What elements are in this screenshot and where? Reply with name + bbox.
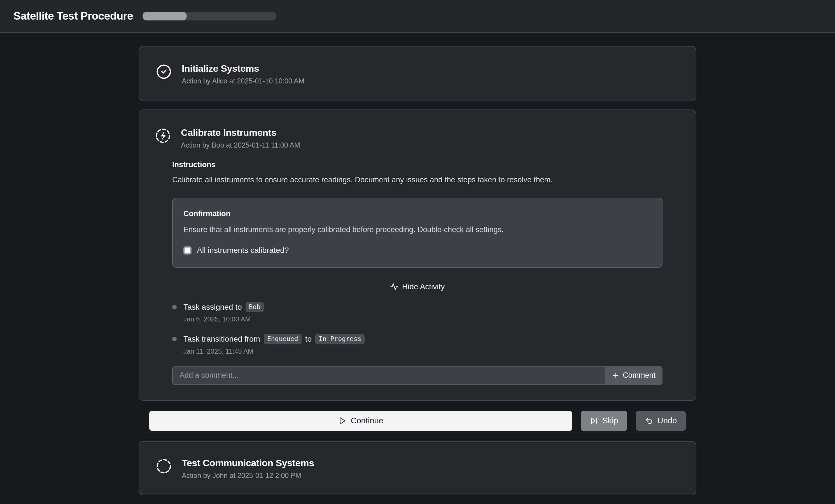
step-subtitle: Action by Bob at 2025-01-11 11:00 AM: [181, 141, 300, 149]
continue-label: Continue: [351, 416, 383, 425]
step-actions: Continue Skip Undo: [139, 411, 696, 431]
comment-input[interactable]: [172, 366, 605, 385]
step-card-calibrate-instruments: Calibrate Instruments Action by Bob at 2…: [139, 109, 696, 401]
activity-item: Task assigned to Bob Jan 6, 2025, 10:00 …: [172, 302, 663, 323]
step-card-initialize-systems: Initialize Systems Action by Alice at 20…: [139, 46, 696, 101]
calibrated-checkbox[interactable]: [183, 246, 191, 255]
check-circle-icon: [156, 64, 172, 80]
progress-fill: [143, 12, 187, 20]
page-title: Satellite Test Procedure: [14, 10, 133, 22]
assignee-badge: Bob: [246, 302, 264, 312]
undo-button[interactable]: Undo: [636, 411, 686, 431]
step-subtitle: Action by John at 2025-01-12 2:00 PM: [182, 471, 314, 480]
instructions-heading: Instructions: [172, 160, 663, 169]
calibrated-checkbox-label: All instruments calibrated?: [197, 246, 289, 255]
skip-forward-icon: [590, 417, 598, 425]
zap-dashed-circle-icon: [155, 128, 171, 144]
activity-timestamp: Jan 11, 2025, 11:45 AM: [183, 347, 663, 355]
dashed-circle-icon: [156, 458, 172, 474]
step-subtitle: Action by Alice at 2025-01-10 10:00 AM: [182, 77, 304, 85]
activity-text: Task transitioned from: [183, 335, 260, 344]
play-icon: [338, 417, 346, 425]
add-comment-label: Comment: [623, 371, 655, 380]
activity-text: to: [305, 335, 312, 344]
activity-timestamp: Jan 6, 2025, 10:00 AM: [183, 315, 663, 323]
step-title: Test Communication Systems: [182, 457, 314, 469]
continue-button[interactable]: Continue: [149, 411, 572, 431]
skip-label: Skip: [602, 416, 618, 425]
hide-activity-label: Hide Activity: [402, 282, 445, 291]
add-comment-button[interactable]: Comment: [605, 366, 663, 385]
undo-label: Undo: [657, 416, 677, 425]
hide-activity-toggle[interactable]: Hide Activity: [172, 282, 663, 291]
undo-arrow-icon: [645, 417, 653, 425]
skip-button[interactable]: Skip: [581, 411, 627, 431]
progress-bar: [143, 12, 277, 20]
confirmation-heading: Confirmation: [183, 209, 651, 218]
status-badge-from: Enqueued: [264, 334, 302, 344]
confirmation-panel: Confirmation Ensure that all instruments…: [172, 198, 663, 268]
plus-icon: [612, 371, 620, 379]
activity-bullet-icon: [172, 305, 177, 309]
confirmation-text: Ensure that all instruments are properly…: [183, 225, 651, 234]
step-title: Initialize Systems: [182, 62, 304, 75]
app-header: Satellite Test Procedure: [0, 0, 835, 33]
activity-item: Task transitioned from Enqueued to In Pr…: [172, 334, 663, 355]
instructions-text: Calibrate all instruments to ensure accu…: [172, 176, 663, 184]
activity-pulse-icon: [390, 283, 399, 291]
step-title: Calibrate Instruments: [181, 126, 300, 139]
status-badge-to: In Progress: [315, 334, 365, 344]
procedure-step-list: Initialize Systems Action by Alice at 20…: [139, 33, 696, 495]
activity-text: Task assigned to: [183, 303, 242, 311]
step-card-test-communication-systems: Test Communication Systems Action by Joh…: [139, 441, 696, 495]
activity-bullet-icon: [172, 337, 177, 341]
